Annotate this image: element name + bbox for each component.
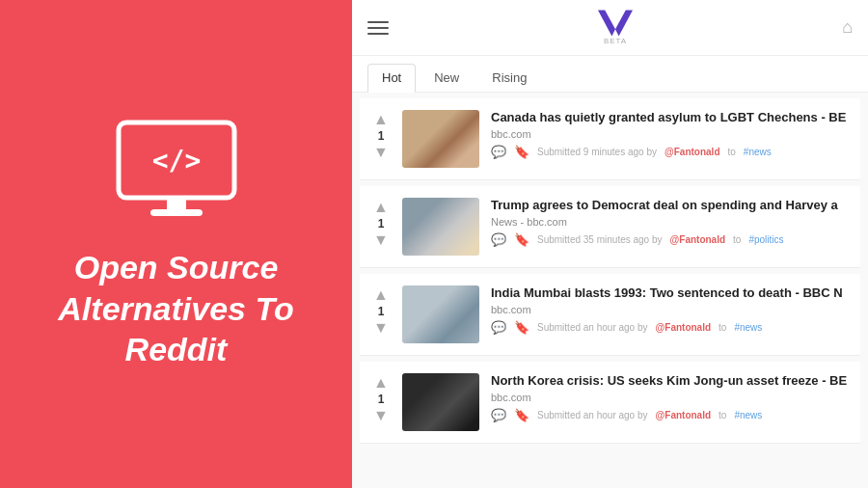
feed-item: ▲ 1 ▼ India Mumbai blasts 1993: Two sent… [360, 274, 860, 356]
feed-item: ▲ 1 ▼ North Korea crisis: US seeks Kim J… [360, 362, 860, 444]
author[interactable]: @Fantonald [656, 410, 712, 420]
thumbnail [402, 198, 479, 256]
connector: to [733, 234, 741, 245]
tabs-bar: Hot New Rising [352, 56, 868, 93]
upvote-button[interactable]: ▲ [373, 375, 389, 391]
item-source: bbc.com [491, 304, 853, 315]
item-title[interactable]: India Mumbai blasts 1993: Two sentenced … [491, 285, 853, 302]
item-title[interactable]: North Korea crisis: US seeks Kim Jong-un… [491, 373, 853, 390]
item-meta: 💬 🔖 Submitted 35 minutes ago by @Fantona… [491, 232, 853, 247]
feed: ▲ 1 ▼ Canada has quietly granted asylum … [352, 93, 868, 488]
vote-column: ▲ 1 ▼ [367, 110, 394, 160]
feed-item: ▲ 1 ▼ Canada has quietly granted asylum … [360, 98, 860, 180]
submitted-text: Submitted an hour ago by [537, 410, 648, 420]
tag[interactable]: #news [734, 322, 762, 333]
item-meta: 💬 🔖 Submitted 9 minutes ago by @Fantonal… [491, 145, 853, 159]
vote-count: 1 [378, 217, 385, 230]
header: BETA ⌂ [352, 0, 868, 56]
comment-icon[interactable]: 💬 [491, 408, 506, 422]
upvote-button[interactable]: ▲ [373, 112, 389, 127]
author[interactable]: @Fantonald [656, 322, 712, 333]
downvote-button[interactable]: ▼ [373, 320, 389, 336]
item-meta: 💬 🔖 Submitted an hour ago by @Fantonald … [491, 320, 853, 335]
tag[interactable]: #news [744, 147, 772, 157]
submitted-text: Submitted 9 minutes ago by [537, 147, 657, 157]
comment-icon[interactable]: 💬 [491, 232, 506, 247]
comment-icon[interactable]: 💬 [491, 145, 506, 159]
source-label: News [491, 216, 518, 228]
vote-count: 1 [378, 393, 385, 406]
comment-icon[interactable]: 💬 [491, 320, 506, 335]
author[interactable]: @Fantonald [670, 234, 726, 245]
item-content: Trump agrees to Democrat deal on spendin… [491, 198, 853, 247]
logo-icon [598, 10, 633, 37]
tag[interactable]: #politics [748, 234, 783, 245]
item-content: Canada has quietly granted asylum to LGB… [491, 110, 853, 159]
vote-column: ▲ 1 ▼ [367, 285, 394, 336]
submitted-text: Submitted an hour ago by [537, 322, 648, 333]
hamburger-menu-button[interactable] [367, 21, 389, 35]
item-title[interactable]: Canada has quietly granted asylum to LGB… [491, 110, 853, 126]
author[interactable]: @Fantonald [665, 147, 720, 157]
monitor-icon: </> [114, 118, 239, 224]
thumbnail [402, 373, 479, 431]
source-url: bbc.com [527, 216, 567, 228]
svg-rect-2 [150, 209, 203, 216]
bookmark-icon[interactable]: 🔖 [514, 145, 529, 159]
svg-text:</>: </> [151, 145, 201, 176]
feed-item: ▲ 1 ▼ Trump agrees to Democrat deal on s… [360, 186, 860, 268]
bookmark-icon[interactable]: 🔖 [514, 232, 529, 247]
svg-rect-1 [167, 198, 186, 211]
connector: to [719, 410, 726, 420]
bookmark-icon[interactable]: 🔖 [514, 408, 529, 422]
logo[interactable]: BETA [598, 10, 633, 45]
downvote-button[interactable]: ▼ [373, 232, 389, 248]
upvote-button[interactable]: ▲ [373, 200, 389, 215]
thumbnail [402, 285, 479, 343]
beta-label: BETA [604, 37, 627, 45]
vote-count: 1 [378, 129, 385, 143]
vote-count: 1 [378, 305, 385, 318]
item-title[interactable]: Trump agrees to Democrat deal on spendin… [491, 198, 853, 214]
submitted-text: Submitted 35 minutes ago by [537, 234, 663, 245]
item-content: North Korea crisis: US seeks Kim Jong-un… [491, 373, 853, 422]
tab-rising[interactable]: Rising [477, 64, 541, 92]
bookmark-icon[interactable]: 🔖 [514, 320, 529, 335]
item-source: bbc.com [491, 128, 853, 140]
right-panel: BETA ⌂ Hot New Rising ▲ 1 ▼ Canada has q… [352, 0, 868, 488]
item-source: bbc.com [491, 392, 853, 403]
tab-hot[interactable]: Hot [367, 64, 416, 93]
home-button[interactable]: ⌂ [842, 17, 853, 38]
vote-column: ▲ 1 ▼ [367, 373, 394, 423]
connector: to [719, 322, 726, 333]
downvote-button[interactable]: ▼ [373, 408, 389, 423]
left-panel: </> Open Source Alternatives To Reddit [0, 0, 352, 488]
item-source: News - bbc.com [491, 216, 853, 228]
item-content: India Mumbai blasts 1993: Two sentenced … [491, 285, 853, 335]
tab-new[interactable]: New [420, 64, 474, 92]
upvote-button[interactable]: ▲ [373, 287, 389, 303]
item-meta: 💬 🔖 Submitted an hour ago by @Fantonald … [491, 408, 853, 422]
connector: to [728, 147, 736, 157]
svg-marker-4 [598, 11, 633, 37]
left-title: Open Source Alternatives To Reddit [29, 247, 323, 370]
tag[interactable]: #news [734, 410, 762, 420]
downvote-button[interactable]: ▼ [373, 145, 389, 160]
thumbnail [402, 110, 479, 168]
vote-column: ▲ 1 ▼ [367, 198, 394, 248]
